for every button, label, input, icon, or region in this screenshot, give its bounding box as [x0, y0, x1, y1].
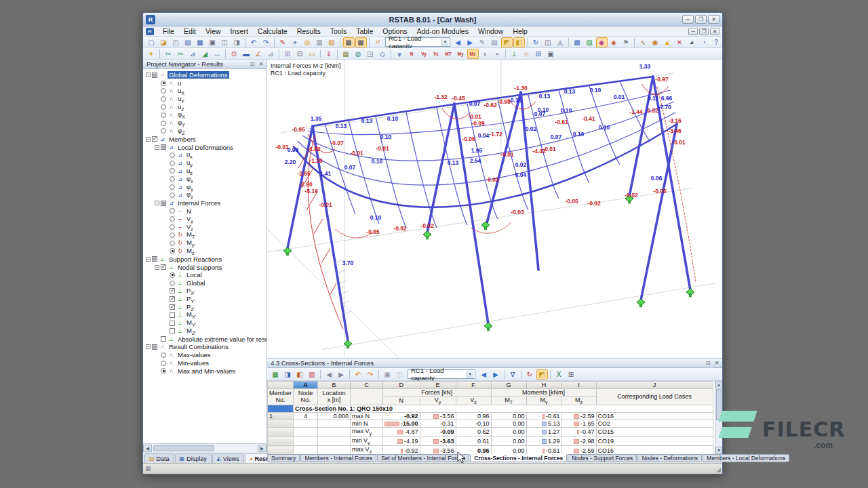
loadcase-edit-icon[interactable]: ✎ [477, 37, 488, 47]
child-restore-button[interactable]: ❐ [699, 28, 709, 35]
import-icon[interactable]: ◰ [170, 37, 182, 47]
table-tab-nodes-deformations[interactable]: Nodes - Deformations [637, 454, 702, 462]
checkbox[interactable] [152, 256, 157, 262]
navigator-hscrollbar[interactable]: ◀ ▶ [143, 443, 267, 452]
prev-case-icon[interactable]: ◀ [478, 369, 490, 380]
tree-item-absolute-extreme-value-for-result[interactable]: ⊥Absolute extreme value for result [143, 335, 267, 343]
menu-help[interactable]: Help [508, 26, 532, 36]
checkbox[interactable] [170, 321, 175, 326]
tree-item---x[interactable]: ∩φX [143, 111, 267, 119]
cell-location[interactable]: 0.000 [318, 412, 351, 420]
result-phi-button[interactable]: φ [394, 49, 406, 59]
child-window-icon[interactable]: R [146, 28, 154, 35]
result-minmax-button[interactable]: ± [479, 49, 491, 59]
close-button[interactable]: ✕ [708, 15, 719, 24]
pin-icon[interactable]: ⊡ [248, 60, 256, 68]
model-view[interactable]: Internal Forces M-z [kNm] RC1 : Load cap… [267, 60, 722, 359]
nodal-support-symbol[interactable] [637, 299, 645, 307]
tree-item-p-zp[interactable]: ⊥PZ′ [143, 303, 267, 311]
renumber-icon[interactable]: ¹² [372, 37, 384, 47]
minimize-button[interactable]: ─ [682, 15, 694, 24]
gen-load-icon[interactable]: ⇓ [323, 49, 335, 59]
checkbox[interactable] [170, 288, 175, 293]
radio-button[interactable] [161, 121, 166, 126]
tree-item-u-z[interactable]: ∩uZ [143, 103, 267, 111]
cell-Mz[interactable]: -2.59 [561, 412, 596, 420]
local-axes-icon[interactable]: ⊹ [521, 49, 532, 59]
radio-button[interactable] [170, 281, 175, 286]
print-icon[interactable]: ▣ [207, 37, 218, 47]
tree-item-nodal-supports[interactable]: −⊥Nodal Supports [143, 263, 267, 271]
panel-tab-display[interactable]: ▦Display [175, 453, 212, 463]
expander-icon[interactable]: − [146, 73, 151, 77]
close-icon[interactable]: ✕ [713, 359, 721, 367]
mirror-icon[interactable]: ◢ [199, 49, 211, 59]
undo-icon[interactable]: ↶ [248, 37, 260, 47]
expander-icon[interactable]: − [146, 344, 151, 349]
cell-load-case[interactable]: CO16 [596, 446, 713, 454]
table-tab-cross-sections-internal-forces[interactable]: Cross-Sections - Internal Forces [470, 454, 567, 462]
visibility-icon[interactable]: ◉ [650, 37, 661, 47]
checkbox[interactable] [170, 296, 175, 302]
nodal-support-symbol[interactable] [344, 340, 352, 348]
expander-icon[interactable]: − [155, 265, 159, 270]
tree-item-m-t[interactable]: ↻MT [143, 231, 267, 239]
supports-show-icon[interactable]: ⊥ [509, 49, 520, 59]
radio-button[interactable] [170, 176, 175, 182]
menu-results[interactable]: Results [292, 26, 326, 36]
title-bar[interactable]: RSTAB 8.01 - [Car Wash] R ─ ❐ ✕ [143, 13, 722, 26]
nodal-support-symbol[interactable] [481, 222, 490, 230]
tree-item-v-z[interactable]: ⌐Vz [143, 223, 267, 231]
cell-MT[interactable]: 0.00 [491, 420, 526, 427]
sphere-dark-icon[interactable]: ◕ [686, 37, 698, 47]
table-jump-icon[interactable]: ◧ [294, 369, 306, 380]
row-header[interactable]: 1 [268, 412, 294, 420]
member-tool-icon[interactable]: ▬ [241, 49, 252, 59]
radio-button[interactable] [161, 88, 166, 94]
cell-Vy[interactable]: -0.09 [420, 427, 456, 436]
pin-icon[interactable]: ⊡ [704, 359, 712, 367]
tree-item-m-yp[interactable]: ⊥MY′ [143, 319, 267, 327]
child-close-button[interactable]: ✕ [710, 28, 719, 35]
tree-item-members[interactable]: −⊿Members [143, 135, 267, 143]
target-icon[interactable]: ◎ [302, 37, 313, 47]
result-anim-button[interactable]: ≈ [492, 49, 503, 59]
prev-loadcase-icon[interactable]: ◀ [452, 37, 464, 47]
table-tab-members-local-deformations[interactable]: Members - Local Deformations [703, 454, 789, 462]
scroll-left-icon[interactable]: ◀ [143, 445, 152, 452]
radio-button[interactable] [161, 96, 166, 102]
col-right-icon[interactable]: ▶ [336, 369, 347, 380]
cell-My[interactable]: 1.29 [526, 436, 561, 446]
row-header[interactable] [268, 446, 294, 454]
column-header-G[interactable]: G [491, 382, 526, 389]
photo-view-icon[interactable]: ◫ [542, 37, 554, 47]
table-ok-icon[interactable]: ▦ [270, 369, 281, 380]
cell-node[interactable] [294, 420, 318, 427]
redo-table-icon[interactable]: ↷ [365, 369, 376, 380]
export-view-icon[interactable]: ◫ [394, 369, 406, 380]
measure-icon[interactable]: ⊿ [265, 49, 277, 59]
calculator-icon[interactable]: ⊞ [566, 369, 577, 380]
restore-button[interactable]: ❐ [695, 15, 707, 24]
undo-table-icon[interactable]: ↶ [353, 369, 364, 380]
panel-toggle-icon[interactable]: ▣ [545, 49, 557, 59]
row-header[interactable] [268, 427, 294, 436]
view-iso-icon[interactable]: ◬ [555, 37, 566, 47]
cell-Vy[interactable]: -3.56 [420, 412, 456, 420]
radio-button[interactable] [170, 248, 175, 253]
open-project-icon[interactable]: ◪ [158, 37, 170, 47]
table-tab-set-of-members-internal-forces[interactable]: Set of Members - Internal Forces [377, 454, 469, 462]
cell-Mz[interactable]: -0.47 [561, 427, 596, 436]
radio-button[interactable] [170, 272, 175, 278]
tree-item-u-z[interactable]: ⊿uz [143, 167, 267, 176]
menu-calculate[interactable]: Calculate [253, 26, 292, 36]
table-tab-nodes-support-forces[interactable]: Nodes - Support Forces [568, 454, 637, 462]
tree-item---z[interactable]: ∩φZ [143, 127, 267, 136]
radio-button[interactable] [170, 232, 175, 238]
excel-export-icon[interactable]: X [553, 369, 565, 380]
cell-Vy[interactable]: -3.63 [420, 436, 456, 446]
tree-item-p-yp[interactable]: ⊥PY′ [143, 295, 267, 303]
checkbox[interactable] [152, 344, 157, 350]
cell-Mz[interactable]: -1.65 [561, 420, 596, 427]
column-header-E[interactable]: E [420, 382, 456, 389]
